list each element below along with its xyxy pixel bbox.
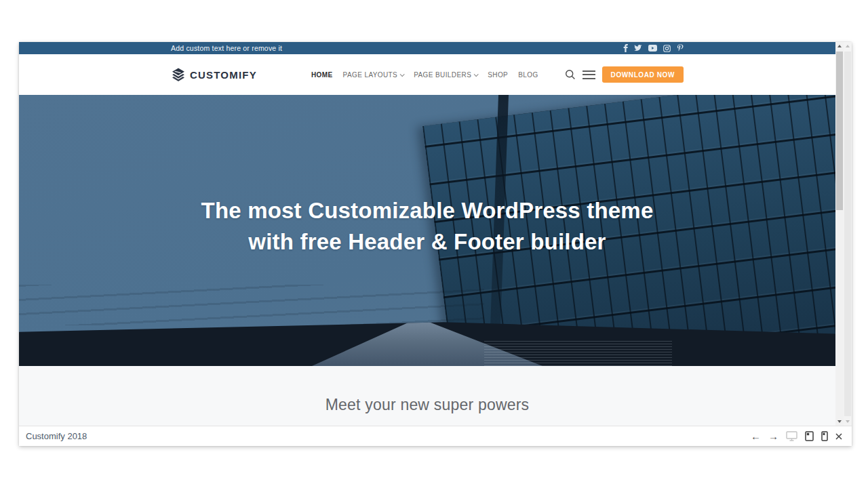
menu-toggle-icon[interactable]: [583, 69, 595, 81]
mobile-preview-icon[interactable]: [821, 431, 828, 441]
powers-section: Meet your new super powers: [19, 366, 835, 426]
back-arrow-icon[interactable]: ←: [751, 431, 761, 441]
youtube-icon[interactable]: [648, 45, 657, 52]
nav-label: HOME: [311, 71, 333, 79]
nav-item-page-layouts[interactable]: PAGE LAYOUTS: [343, 71, 404, 79]
powers-heading: Meet your new super powers: [19, 366, 835, 414]
forward-arrow-icon[interactable]: →: [768, 431, 778, 441]
scroll-down-icon[interactable]: [837, 420, 842, 423]
twitter-icon[interactable]: [634, 45, 642, 52]
nav-label: PAGE LAYOUTS: [343, 71, 398, 79]
close-icon[interactable]: [835, 433, 842, 440]
scroll-up-icon[interactable]: [846, 45, 850, 47]
scrollbar-thumb[interactable]: [836, 52, 843, 210]
main-navigation: HOME PAGE LAYOUTS PAGE BUILDERS: [311, 54, 538, 95]
chevron-down-icon: [474, 72, 479, 77]
scroll-down-icon[interactable]: [846, 420, 850, 423]
scroll-up-icon[interactable]: [837, 45, 842, 47]
site-header: CUSTOMIFY HOME PAGE LAYOUTS PAGE: [19, 54, 835, 95]
desktop-preview-icon[interactable]: [786, 431, 797, 441]
facebook-icon[interactable]: [623, 44, 628, 52]
topbar: Add custom text here or remove it: [19, 42, 835, 54]
customizer-preview-window: Add custom text here or remove it: [0, 0, 868, 488]
site-title-label: Customify 2018: [26, 431, 87, 441]
scrollbar-thumb[interactable]: [844, 52, 851, 416]
logo-text: CUSTOMIFY: [190, 69, 257, 81]
customify-logo-icon: [171, 67, 186, 82]
tablet-preview-icon[interactable]: [805, 431, 814, 441]
site-preview: Add custom text here or remove it: [19, 42, 835, 426]
pinterest-icon[interactable]: [677, 44, 684, 53]
preview-scrollbar[interactable]: [835, 42, 844, 426]
social-links: [623, 44, 684, 53]
nav-label: BLOG: [518, 71, 538, 79]
nav-item-home[interactable]: HOME: [311, 71, 333, 79]
site-logo[interactable]: CUSTOMIFY: [171, 67, 257, 82]
search-icon[interactable]: [565, 69, 576, 80]
nav-item-blog[interactable]: BLOG: [518, 71, 538, 79]
chevron-down-icon: [400, 72, 405, 77]
preview-toolbar: Customify 2018 ← →: [19, 426, 852, 446]
topbar-text: Add custom text here or remove it: [171, 44, 282, 52]
nav-label: PAGE BUILDERS: [414, 71, 471, 79]
nav-item-page-builders[interactable]: PAGE BUILDERS: [414, 71, 477, 79]
nav-label: SHOP: [488, 71, 508, 79]
instagram-icon[interactable]: [663, 45, 671, 52]
page-scrollbar[interactable]: [844, 42, 852, 426]
site-preview-frame: Add custom text here or remove it: [19, 42, 852, 446]
hero-banner: The most Customizable WordPress theme wi…: [19, 95, 835, 366]
nav-item-shop[interactable]: SHOP: [488, 71, 508, 79]
download-now-button[interactable]: DOWNLOAD NOW: [602, 66, 684, 83]
hero-heading: The most Customizable WordPress theme wi…: [19, 195, 835, 258]
